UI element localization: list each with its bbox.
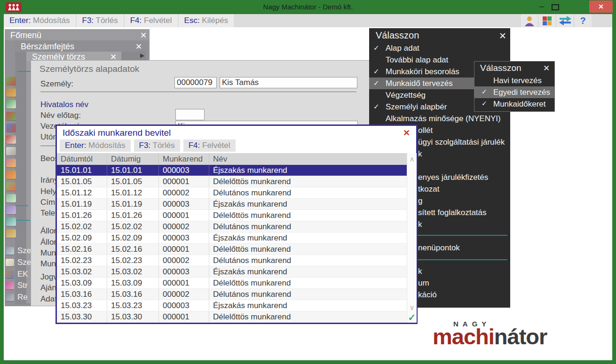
menu-icon[interactable] (6, 135, 16, 144)
table-cell: 15.03.23 (107, 300, 159, 311)
column-header-2[interactable]: Munkarend (159, 153, 209, 165)
shortcut-1-key: F3: (82, 16, 94, 25)
name-prefix-field[interactable] (175, 109, 205, 120)
table-row[interactable]: 15.01.2615.01.26000001Délelőttös munkare… (57, 210, 407, 221)
sidebar-item-4[interactable]: Re (6, 292, 28, 302)
table-row[interactable]: 15.02.2315.02.23000002Délutános munkaren… (57, 255, 407, 266)
choose-item-label: Alkalmazás minősége (NYENYI) (386, 114, 501, 124)
panel-berszamfejtes-close-icon[interactable]: ✕ (135, 42, 142, 52)
name-prefix-label: Név előtag: (40, 111, 81, 120)
table-row[interactable]: 15.02.0915.02.09000003Éjszakás munkarend (57, 232, 407, 244)
windows-squares-icon[interactable] (538, 14, 556, 27)
choose-fragment-8: nenüpontok (418, 243, 460, 253)
sidebar-item-2[interactable]: EK (6, 269, 28, 279)
table-cell: Éjszakás munkarend (209, 199, 407, 209)
check-icon: ✓ (482, 100, 487, 107)
menu-icon[interactable] (6, 159, 16, 167)
sidebar-item-3[interactable]: Str (6, 280, 28, 291)
minimize-button[interactable]: – (536, 1, 547, 12)
table-cell: 000001 (159, 176, 209, 187)
table-cell: 000003 (159, 165, 209, 176)
sidebar-item-1[interactable]: Sze (6, 257, 31, 268)
grid-shortcut-1[interactable]: F3: Törlés (134, 139, 180, 152)
form-label-fragment-3: Hely (40, 187, 56, 196)
menu-icon[interactable] (6, 88, 16, 97)
menu-icon[interactable] (6, 194, 16, 202)
shortcut-0[interactable]: Enter: Módosítás (4, 14, 76, 27)
sidebar-item-icon (6, 271, 14, 278)
table-row[interactable]: 15.01.1215.01.12000002Délutános munkaren… (57, 187, 407, 199)
table-row[interactable]: 15.03.0215.03.02000003Éjszakás munkarend (57, 266, 407, 278)
table-cell: 15.03.30 (57, 311, 107, 322)
menu-icon[interactable] (6, 217, 16, 226)
confirm-check-icon[interactable]: ✓ (407, 312, 417, 323)
table-row[interactable]: 15.01.0515.01.05000001Délelőttös munkare… (57, 176, 407, 187)
menu-icon[interactable] (6, 147, 16, 155)
choose-item-label: Munkaidő tervezés (386, 79, 453, 88)
column-header-0[interactable]: Dátumtól (57, 153, 107, 165)
table-cell: 15.02.02 (57, 221, 107, 232)
table-cell: 15.03.30 (107, 311, 159, 322)
maximize-button[interactable] (552, 4, 559, 10)
choose-fragment-9: k (418, 267, 422, 276)
help-icon[interactable]: ? (574, 14, 592, 27)
table-row[interactable]: 15.01.0115.01.01000003Éjszakás munkarend (57, 165, 407, 176)
table-cell: 15.02.16 (57, 244, 107, 255)
toolbar-icons: ? (520, 14, 592, 27)
menu-icon[interactable] (6, 170, 16, 179)
submenu-item-1[interactable]: ✓Egyedi tervezés (474, 86, 554, 98)
table-row[interactable]: 15.03.0915.03.09000001Délelőttös munkare… (57, 278, 407, 289)
column-header-3[interactable]: Név (209, 153, 407, 165)
form-label-fragment-11: Aján (40, 283, 56, 293)
submenu-item-2[interactable]: ✓Munkaidőkeret (474, 98, 554, 110)
choose-fragment-10: um (418, 279, 429, 288)
scroll-down-icon[interactable]: ∨ (407, 303, 417, 312)
shortcut-2[interactable]: F4: Felvétel (125, 14, 178, 27)
menu-icon[interactable] (6, 112, 16, 120)
choose-panel-close-icon[interactable]: ✕ (499, 31, 506, 41)
grid-shortcuts: Enter: MódosításF3: TörlésF4: Felvétel (60, 139, 239, 152)
menu-icon[interactable] (6, 182, 16, 191)
table-cell: 000002 (159, 187, 209, 198)
brand-logo: NAGY machinátor (433, 320, 609, 347)
sidebar-item-icon (6, 259, 14, 266)
menu-icon[interactable] (6, 124, 16, 132)
choose-item-6[interactable]: Alkalmazás minősége (NYENYI) (369, 113, 510, 124)
sidebar-item-0[interactable]: Sze (6, 246, 31, 256)
grid-scrollbar[interactable]: ∧ ∨ ✓ (407, 153, 417, 323)
choose-fragment-0: ollét (418, 126, 433, 135)
sidebar-item-label: EK (17, 270, 28, 279)
grid-close-icon[interactable]: ✕ (403, 128, 410, 138)
user-icon[interactable] (520, 14, 538, 27)
table-row[interactable]: 15.02.0215.02.02000002Délutános munkaren… (57, 221, 407, 232)
shortcut-1[interactable]: F3: Törlés (77, 14, 124, 27)
person-code-field[interactable] (174, 77, 217, 88)
choose-item-0[interactable]: ✓Alap adat (369, 42, 510, 54)
table-cell: 15.03.09 (107, 278, 159, 288)
panel-fomenu-close-icon[interactable]: ✕ (140, 31, 147, 40)
choose-submenu-close-icon[interactable]: ✕ (543, 63, 550, 73)
check-icon: ✓ (482, 88, 487, 95)
sync-arrows-icon[interactable] (556, 14, 574, 27)
form-label-fragment-10: Jogv (40, 272, 57, 282)
column-header-1[interactable]: Dátumig (107, 153, 159, 165)
table-cell: 15.02.16 (107, 244, 159, 255)
menu-icon[interactable] (6, 229, 16, 238)
submenu-item-0[interactable]: Havi tervezés (474, 75, 554, 86)
menu-icon[interactable] (6, 100, 16, 108)
table-row[interactable]: 15.01.1915.01.19000003Éjszakás munkarend (57, 199, 407, 210)
table-row[interactable]: 15.03.3015.03.30000001Délelőttös munkare… (57, 311, 407, 323)
table-row[interactable]: 15.03.1615.03.16000002Délutános munkaren… (57, 289, 407, 300)
choose-item-label: Munkaköri besorolás (386, 67, 459, 77)
close-button[interactable]: ✕ (589, 0, 613, 13)
table-row[interactable]: 15.02.1615.02.16000001Délelőttös munkare… (57, 244, 407, 255)
table-cell: Délutános munkarend (209, 187, 407, 198)
shortcut-3[interactable]: Esc: Kilépés (179, 14, 234, 27)
grid-shortcut-2[interactable]: F4: Felvétel (183, 139, 236, 152)
grid-shortcut-0[interactable]: Enter: Módosítás (60, 139, 131, 152)
menu-icon[interactable] (6, 206, 16, 214)
menu-icon[interactable] (6, 77, 16, 85)
table-row[interactable]: 15.03.2315.03.23000003Éjszakás munkarend (57, 300, 407, 311)
scroll-up-icon[interactable]: ∧ (407, 155, 417, 163)
person-name-field[interactable] (220, 77, 357, 88)
